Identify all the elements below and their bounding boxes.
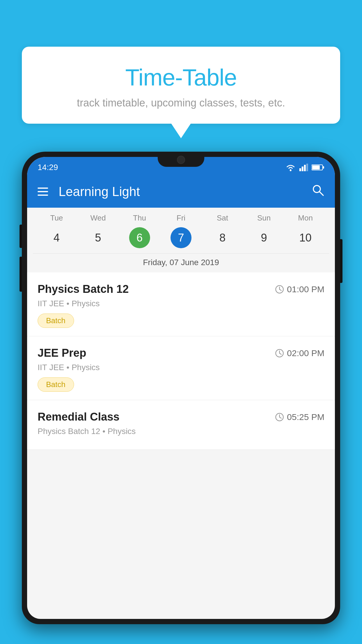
clock-icon bbox=[275, 285, 284, 294]
day-number[interactable]: 8 bbox=[212, 227, 233, 248]
svg-point-0 bbox=[290, 169, 291, 171]
bubble-subtitle: track timetable, upcoming classes, tests… bbox=[34, 97, 328, 109]
selected-date-label: Friday, 07 June 2019 bbox=[33, 253, 329, 272]
day-number[interactable]: 7 bbox=[171, 227, 191, 248]
app-title: Learning Light bbox=[59, 184, 312, 199]
svg-rect-6 bbox=[312, 165, 320, 169]
speech-bubble: Time-Table track timetable, upcoming cla… bbox=[22, 47, 340, 124]
schedule-item-title: JEE Prep bbox=[38, 347, 86, 359]
batch-tag: Batch bbox=[38, 377, 74, 392]
schedule-item-meta: Physics Batch 12 • Physics bbox=[38, 427, 324, 436]
status-time: 14:29 bbox=[38, 163, 58, 172]
svg-rect-7 bbox=[323, 166, 324, 169]
schedule-item[interactable]: JEE Prep 02:00 PM IIT JEE • Physics Batc… bbox=[27, 336, 335, 400]
weekday-label: Fri bbox=[177, 214, 185, 223]
weekday-label: Sat bbox=[217, 214, 228, 223]
day-number[interactable]: 4 bbox=[46, 227, 67, 248]
svg-rect-2 bbox=[302, 167, 303, 171]
svg-line-15 bbox=[280, 353, 281, 354]
weekday-label: Thu bbox=[133, 214, 146, 223]
phone-camera bbox=[177, 156, 185, 164]
day-number[interactable]: 10 bbox=[295, 227, 316, 248]
schedule-item[interactable]: Remedial Class 05:25 PM Physics Batch 12… bbox=[27, 400, 335, 450]
signal-icon bbox=[299, 164, 308, 171]
svg-line-18 bbox=[280, 417, 281, 418]
phone-notch bbox=[158, 152, 204, 167]
schedule-item-time: 05:25 PM bbox=[275, 412, 324, 422]
phone-wrapper: 14:29 bbox=[22, 152, 340, 644]
schedule-item-header: JEE Prep 02:00 PM bbox=[38, 347, 324, 359]
clock-icon bbox=[275, 412, 284, 422]
svg-rect-3 bbox=[304, 165, 306, 171]
weekday-col[interactable]: Sun9 bbox=[243, 214, 284, 248]
schedule-item-time: 02:00 PM bbox=[275, 348, 324, 358]
weekdays-row: Tue4Wed5Thu6Fri7Sat8Sun9Mon10 bbox=[33, 208, 329, 251]
calendar-section: Tue4Wed5Thu6Fri7Sat8Sun9Mon10 Friday, 07… bbox=[27, 208, 335, 272]
side-btn-right bbox=[340, 239, 342, 283]
battery-icon bbox=[312, 164, 324, 171]
day-number[interactable]: 5 bbox=[87, 227, 108, 248]
day-number[interactable]: 9 bbox=[254, 227, 275, 248]
schedule-item[interactable]: Physics Batch 12 01:00 PM IIT JEE • Phys… bbox=[27, 272, 335, 336]
hamburger-menu-icon[interactable] bbox=[38, 188, 48, 196]
clock-icon bbox=[275, 349, 284, 358]
status-icons bbox=[285, 163, 324, 172]
weekday-col[interactable]: Wed5 bbox=[77, 214, 119, 248]
weekday-col[interactable]: Mon10 bbox=[285, 214, 326, 248]
schedule-item-meta: IIT JEE • Physics bbox=[38, 363, 324, 372]
schedule-item-time: 01:00 PM bbox=[275, 284, 324, 294]
svg-line-12 bbox=[280, 289, 281, 290]
search-icon[interactable] bbox=[312, 184, 324, 200]
weekday-col[interactable]: Tue4 bbox=[36, 214, 77, 248]
schedule-item-title: Physics Batch 12 bbox=[38, 283, 129, 295]
batch-tag: Batch bbox=[38, 314, 74, 328]
schedule-item-header: Remedial Class 05:25 PM bbox=[38, 411, 324, 423]
weekday-col[interactable]: Thu6 bbox=[119, 214, 160, 248]
phone-screen: 14:29 bbox=[27, 157, 335, 619]
bubble-title: Time-Table bbox=[34, 64, 328, 91]
speech-bubble-container: Time-Table track timetable, upcoming cla… bbox=[22, 47, 340, 124]
side-btn-left bbox=[20, 225, 22, 248]
schedule-item-title: Remedial Class bbox=[38, 411, 120, 423]
svg-rect-4 bbox=[306, 164, 308, 171]
weekday-label: Wed bbox=[90, 214, 106, 223]
weekday-label: Mon bbox=[298, 214, 313, 223]
schedule-item-meta: IIT JEE • Physics bbox=[38, 299, 324, 308]
day-number[interactable]: 6 bbox=[129, 227, 150, 248]
schedule-item-header: Physics Batch 12 01:00 PM bbox=[38, 283, 324, 295]
weekday-label: Tue bbox=[50, 214, 63, 223]
weekday-label: Sun bbox=[257, 214, 270, 223]
svg-rect-1 bbox=[299, 168, 301, 171]
svg-line-9 bbox=[319, 192, 323, 195]
schedule-list: Physics Batch 12 01:00 PM IIT JEE • Phys… bbox=[27, 272, 335, 450]
weekday-col[interactable]: Fri7 bbox=[160, 214, 202, 248]
app-bar: Learning Light bbox=[27, 176, 335, 208]
weekday-col[interactable]: Sat8 bbox=[202, 214, 243, 248]
side-btn-left2 bbox=[20, 257, 22, 292]
phone-outer: 14:29 bbox=[22, 152, 340, 624]
wifi-icon bbox=[285, 163, 296, 172]
